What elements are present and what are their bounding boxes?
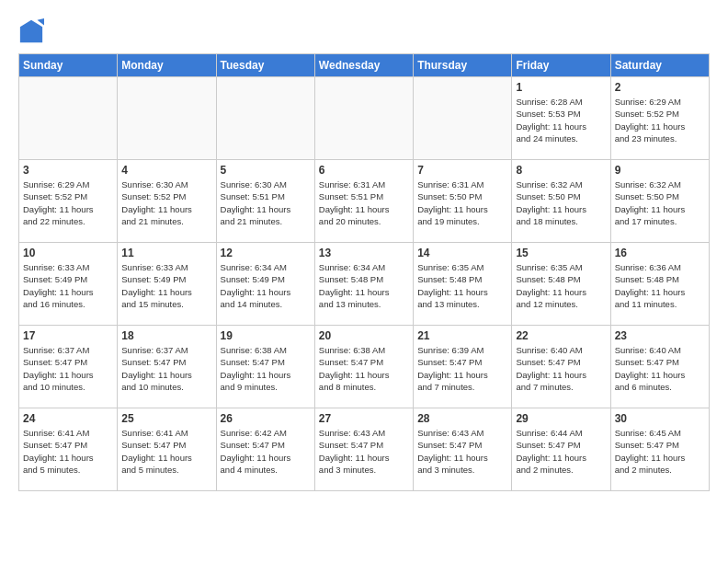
calendar-header: SundayMondayTuesdayWednesdayThursdayFrid… xyxy=(19,54,710,77)
day-number: 27 xyxy=(319,412,409,425)
day-info: Sunrise: 6:38 AM Sunset: 5:47 PM Dayligh… xyxy=(319,344,409,393)
day-cell xyxy=(216,77,314,160)
day-cell: 22Sunrise: 6:40 AM Sunset: 5:47 PM Dayli… xyxy=(512,326,610,408)
day-info: Sunrise: 6:33 AM Sunset: 5:49 PM Dayligh… xyxy=(121,261,211,310)
day-number: 1 xyxy=(516,81,606,94)
day-cell: 11Sunrise: 6:33 AM Sunset: 5:49 PM Dayli… xyxy=(118,243,216,326)
day-cell: 6Sunrise: 6:31 AM Sunset: 5:51 PM Daylig… xyxy=(314,160,413,243)
day-cell: 25Sunrise: 6:41 AM Sunset: 5:47 PM Dayli… xyxy=(118,408,216,491)
day-number: 25 xyxy=(121,412,211,425)
day-number: 28 xyxy=(417,412,507,425)
calendar-table: SundayMondayTuesdayWednesdayThursdayFrid… xyxy=(18,53,710,491)
day-number: 3 xyxy=(23,164,113,177)
weekday-header-monday: Monday xyxy=(118,54,216,77)
day-cell: 1Sunrise: 6:28 AM Sunset: 5:53 PM Daylig… xyxy=(512,77,610,160)
day-number: 2 xyxy=(615,81,705,94)
day-info: Sunrise: 6:32 AM Sunset: 5:50 PM Dayligh… xyxy=(615,178,705,227)
day-info: Sunrise: 6:36 AM Sunset: 5:48 PM Dayligh… xyxy=(615,261,705,310)
day-cell: 20Sunrise: 6:38 AM Sunset: 5:47 PM Dayli… xyxy=(314,326,413,408)
day-cell: 28Sunrise: 6:43 AM Sunset: 5:47 PM Dayli… xyxy=(414,408,512,491)
day-cell xyxy=(19,77,118,160)
day-number: 23 xyxy=(615,329,705,342)
day-info: Sunrise: 6:29 AM Sunset: 5:52 PM Dayligh… xyxy=(615,96,705,144)
day-info: Sunrise: 6:43 AM Sunset: 5:47 PM Dayligh… xyxy=(417,427,507,476)
day-number: 12 xyxy=(221,247,311,259)
day-cell: 18Sunrise: 6:37 AM Sunset: 5:47 PM Dayli… xyxy=(118,326,216,408)
day-info: Sunrise: 6:43 AM Sunset: 5:47 PM Dayligh… xyxy=(319,427,409,476)
day-number: 26 xyxy=(221,412,311,425)
day-cell: 17Sunrise: 6:37 AM Sunset: 5:47 PM Dayli… xyxy=(19,326,118,408)
day-cell: 13Sunrise: 6:34 AM Sunset: 5:48 PM Dayli… xyxy=(314,243,413,326)
day-cell: 9Sunrise: 6:32 AM Sunset: 5:50 PM Daylig… xyxy=(610,160,709,243)
day-info: Sunrise: 6:29 AM Sunset: 5:52 PM Dayligh… xyxy=(23,178,113,227)
day-number: 22 xyxy=(516,329,606,342)
day-cell: 30Sunrise: 6:45 AM Sunset: 5:47 PM Dayli… xyxy=(610,408,709,491)
day-cell: 15Sunrise: 6:35 AM Sunset: 5:48 PM Dayli… xyxy=(512,243,610,326)
day-number: 13 xyxy=(319,247,409,259)
week-row-5: 24Sunrise: 6:41 AM Sunset: 5:47 PM Dayli… xyxy=(19,408,710,491)
day-number: 4 xyxy=(121,164,211,177)
weekday-header-wednesday: Wednesday xyxy=(314,54,413,77)
day-cell: 12Sunrise: 6:34 AM Sunset: 5:49 PM Dayli… xyxy=(216,243,314,326)
day-info: Sunrise: 6:32 AM Sunset: 5:50 PM Dayligh… xyxy=(516,178,606,227)
day-number: 30 xyxy=(615,412,705,425)
day-cell: 4Sunrise: 6:30 AM Sunset: 5:52 PM Daylig… xyxy=(118,160,216,243)
day-number: 16 xyxy=(615,247,705,259)
day-number: 29 xyxy=(516,412,606,425)
day-cell xyxy=(414,77,512,160)
svg-marker-0 xyxy=(20,20,42,42)
day-number: 7 xyxy=(417,164,507,177)
day-cell: 2Sunrise: 6:29 AM Sunset: 5:52 PM Daylig… xyxy=(610,77,709,160)
day-info: Sunrise: 6:37 AM Sunset: 5:47 PM Dayligh… xyxy=(23,344,113,393)
day-cell: 16Sunrise: 6:36 AM Sunset: 5:48 PM Dayli… xyxy=(610,243,709,326)
day-info: Sunrise: 6:28 AM Sunset: 5:53 PM Dayligh… xyxy=(516,96,606,144)
logo-icon xyxy=(18,18,44,44)
day-number: 20 xyxy=(319,329,409,342)
week-row-2: 3Sunrise: 6:29 AM Sunset: 5:52 PM Daylig… xyxy=(19,160,710,243)
logo xyxy=(18,18,48,44)
weekday-header-sunday: Sunday xyxy=(19,54,118,77)
day-cell: 26Sunrise: 6:42 AM Sunset: 5:47 PM Dayli… xyxy=(216,408,314,491)
weekday-header-thursday: Thursday xyxy=(414,54,512,77)
day-info: Sunrise: 6:44 AM Sunset: 5:47 PM Dayligh… xyxy=(516,427,606,476)
weekday-header-saturday: Saturday xyxy=(610,54,709,77)
day-cell: 10Sunrise: 6:33 AM Sunset: 5:49 PM Dayli… xyxy=(19,243,118,326)
day-info: Sunrise: 6:31 AM Sunset: 5:51 PM Dayligh… xyxy=(319,178,409,227)
day-cell: 19Sunrise: 6:38 AM Sunset: 5:47 PM Dayli… xyxy=(216,326,314,408)
day-number: 5 xyxy=(221,164,311,177)
day-number: 8 xyxy=(516,164,606,177)
day-cell: 27Sunrise: 6:43 AM Sunset: 5:47 PM Dayli… xyxy=(314,408,413,491)
day-info: Sunrise: 6:30 AM Sunset: 5:52 PM Dayligh… xyxy=(121,178,211,227)
header xyxy=(18,18,710,44)
day-number: 14 xyxy=(417,247,507,259)
day-info: Sunrise: 6:41 AM Sunset: 5:47 PM Dayligh… xyxy=(23,427,113,476)
day-info: Sunrise: 6:33 AM Sunset: 5:49 PM Dayligh… xyxy=(23,261,113,310)
week-row-1: 1Sunrise: 6:28 AM Sunset: 5:53 PM Daylig… xyxy=(19,77,710,160)
day-info: Sunrise: 6:42 AM Sunset: 5:47 PM Dayligh… xyxy=(221,427,311,476)
day-cell: 8Sunrise: 6:32 AM Sunset: 5:50 PM Daylig… xyxy=(512,160,610,243)
day-info: Sunrise: 6:37 AM Sunset: 5:47 PM Dayligh… xyxy=(121,344,211,393)
day-cell: 29Sunrise: 6:44 AM Sunset: 5:47 PM Dayli… xyxy=(512,408,610,491)
week-row-3: 10Sunrise: 6:33 AM Sunset: 5:49 PM Dayli… xyxy=(19,243,710,326)
svg-marker-1 xyxy=(38,18,44,25)
day-info: Sunrise: 6:39 AM Sunset: 5:47 PM Dayligh… xyxy=(417,344,507,393)
weekday-header-tuesday: Tuesday xyxy=(216,54,314,77)
day-number: 18 xyxy=(121,329,211,342)
day-info: Sunrise: 6:41 AM Sunset: 5:47 PM Dayligh… xyxy=(121,427,211,476)
weekday-header-friday: Friday xyxy=(512,54,610,77)
day-number: 9 xyxy=(615,164,705,177)
day-info: Sunrise: 6:34 AM Sunset: 5:49 PM Dayligh… xyxy=(221,261,311,310)
day-cell: 5Sunrise: 6:30 AM Sunset: 5:51 PM Daylig… xyxy=(216,160,314,243)
day-info: Sunrise: 6:38 AM Sunset: 5:47 PM Dayligh… xyxy=(221,344,311,393)
day-number: 19 xyxy=(221,329,311,342)
day-info: Sunrise: 6:35 AM Sunset: 5:48 PM Dayligh… xyxy=(516,261,606,310)
day-info: Sunrise: 6:45 AM Sunset: 5:47 PM Dayligh… xyxy=(615,427,705,476)
day-cell: 14Sunrise: 6:35 AM Sunset: 5:48 PM Dayli… xyxy=(414,243,512,326)
day-number: 10 xyxy=(23,247,113,259)
day-number: 17 xyxy=(23,329,113,342)
day-cell xyxy=(314,77,413,160)
day-number: 24 xyxy=(23,412,113,425)
weekday-header-row: SundayMondayTuesdayWednesdayThursdayFrid… xyxy=(19,54,710,77)
day-cell xyxy=(118,77,216,160)
calendar-body: 1Sunrise: 6:28 AM Sunset: 5:53 PM Daylig… xyxy=(19,77,710,491)
